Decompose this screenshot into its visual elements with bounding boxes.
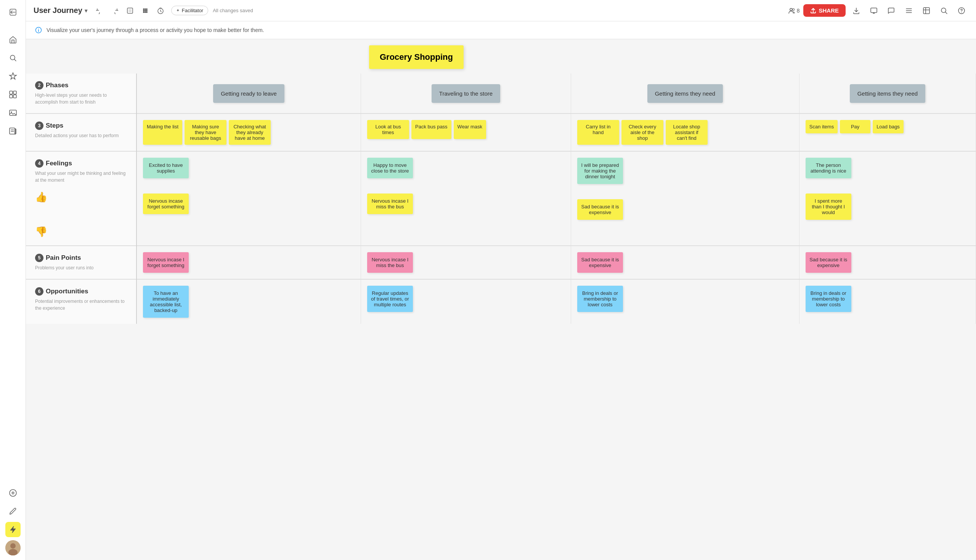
timer-button[interactable] xyxy=(154,5,167,17)
steps-notes-1: Making the list Making sure they have re… xyxy=(143,120,354,145)
share-button[interactable]: SHARE xyxy=(803,4,846,17)
frame-button[interactable] xyxy=(124,5,136,17)
present-button[interactable] xyxy=(867,4,881,18)
feeling-pos-4-1[interactable]: The person attending is nice xyxy=(806,158,851,178)
grid-view-button[interactable] xyxy=(139,5,151,17)
step-note-2-1[interactable]: Look at bus times xyxy=(367,120,409,139)
share-button-label: SHARE xyxy=(819,7,839,14)
phases-col-4: Getting items they need xyxy=(799,73,976,113)
feeling-neg-3-1[interactable]: Sad because it is expensive xyxy=(577,199,623,220)
feelings-divider-4 xyxy=(806,182,969,190)
pain-section-title: 5 Pain Points xyxy=(35,254,127,262)
opp-number: 6 xyxy=(35,287,43,296)
feelings-number: 4 xyxy=(35,159,43,168)
pain-label-cell: 5 Pain Points Problems your user runs in… xyxy=(26,246,137,279)
sidebar-pen-icon[interactable] xyxy=(5,503,20,519)
comment-button[interactable] xyxy=(884,4,898,18)
feeling-neg-4-1[interactable]: I spent more than I thought I would xyxy=(806,193,851,220)
sidebar xyxy=(0,0,26,560)
opp-note-4-1[interactable]: Bring in deals or membership to lower co… xyxy=(806,286,851,312)
svg-rect-2 xyxy=(10,91,13,94)
feeling-pos-1-1[interactable]: Excited to have supplies xyxy=(143,158,189,178)
pain-note-2-1[interactable]: Nervous incase I miss the bus xyxy=(367,252,413,273)
topbar: User Journey ▾ xyxy=(26,0,976,21)
feeling-pos-3-1[interactable]: I will be prepared for making the dinner… xyxy=(577,158,623,184)
steps-notes-3: Carry list in hand Check every aisle of … xyxy=(577,120,793,145)
steps-number: 3 xyxy=(35,122,43,130)
svg-point-25 xyxy=(792,8,794,10)
table-view-button[interactable] xyxy=(919,4,933,18)
journey-title-note: Grocery Shopping xyxy=(369,45,464,69)
sidebar-lightning-icon[interactable] xyxy=(5,522,20,537)
step-note-2-2[interactable]: Pack bus pass xyxy=(411,120,451,139)
feeling-neg-1-1[interactable]: Nervous incase forget something xyxy=(143,193,189,214)
step-note-3-1[interactable]: Carry list in hand xyxy=(577,120,619,145)
steps-col-2: Look at bus times Pack bus pass Wear mas… xyxy=(361,113,571,151)
sidebar-home-icon[interactable] xyxy=(5,32,20,47)
canvas-wrapper[interactable]: Grocery Shopping 2 Phases High-level ste… xyxy=(26,39,976,553)
pain-note-3-1[interactable]: Sad because it is expensive xyxy=(577,252,623,273)
step-note-4-2[interactable]: Pay xyxy=(840,120,871,133)
topbar-history-actions xyxy=(94,5,167,17)
svg-point-32 xyxy=(38,28,39,29)
sidebar-book-icon[interactable] xyxy=(5,123,20,139)
svg-point-18 xyxy=(144,10,146,12)
feeling-neg-2-1[interactable]: Nervous incase I miss the bus xyxy=(367,193,413,214)
sidebar-star-icon[interactable] xyxy=(5,68,20,84)
step-note-4-3[interactable]: Load bags xyxy=(873,120,904,133)
feelings-col-3: I will be prepared for making the dinner… xyxy=(571,151,799,246)
sidebar-back-btn[interactable] xyxy=(5,5,20,20)
step-note-1-2[interactable]: Making sure they have reusable bags xyxy=(184,120,226,145)
phase-note-3[interactable]: Getting items they need xyxy=(647,84,723,103)
opp-note-3-1[interactable]: Bring in deals or membership to lower co… xyxy=(577,286,623,312)
sidebar-search-icon[interactable] xyxy=(5,50,20,65)
feelings-divider-3 xyxy=(577,188,793,195)
opp-note-2-1[interactable]: Regular updates of travel times, or mult… xyxy=(367,286,413,312)
list-view-button[interactable] xyxy=(902,4,916,18)
step-note-1-3[interactable]: Checking what they already have at home xyxy=(229,120,271,145)
svg-point-24 xyxy=(790,8,792,11)
opp-section-title: 6 Opportunities xyxy=(35,287,127,296)
pain-note-4-1[interactable]: Sad because it is expensive xyxy=(806,252,851,273)
svg-rect-13 xyxy=(129,9,132,12)
feelings-divider-1 xyxy=(143,182,354,190)
help-button[interactable] xyxy=(955,4,968,18)
sidebar-avatar[interactable] xyxy=(5,540,20,555)
feelings-row: 4 Feelings What your user might be think… xyxy=(26,151,976,246)
step-note-3-3[interactable]: Locate shop assistant if can't find xyxy=(666,120,708,145)
info-icon xyxy=(35,27,42,33)
step-note-1-1[interactable]: Making the list xyxy=(143,120,182,145)
opp-title: Opportunities xyxy=(46,288,88,295)
phase-note-1[interactable]: Getting ready to leave xyxy=(213,84,284,103)
svg-point-22 xyxy=(146,12,147,13)
step-note-4-1[interactable]: Scan items xyxy=(806,120,837,133)
opp-col-1: To have an immediately accessible list, … xyxy=(137,279,361,324)
phase-note-2[interactable]: Traveling to the store xyxy=(431,84,500,103)
step-note-2-3[interactable]: Wear mask xyxy=(454,120,486,139)
feelings-notes-4: The person attending is nice I spent mor… xyxy=(806,158,969,220)
redo-button[interactable] xyxy=(109,5,121,17)
sidebar-add-icon[interactable] xyxy=(5,485,20,500)
step-note-3-2[interactable]: Check every aisle of the shop xyxy=(622,120,663,145)
steps-section-title: 3 Steps xyxy=(35,122,127,130)
search-button[interactable] xyxy=(937,4,951,18)
svg-point-21 xyxy=(144,12,146,13)
pain-title: Pain Points xyxy=(46,254,81,262)
topbar-title[interactable]: User Journey ▾ xyxy=(33,6,87,15)
undo-button[interactable] xyxy=(94,5,105,17)
opp-desc: Potential improvements or enhancements t… xyxy=(35,298,127,312)
steps-desc: Detailed actions your user has to perfor… xyxy=(35,132,127,139)
download-button[interactable] xyxy=(849,4,863,18)
feelings-desc: What your user might be thinking and fee… xyxy=(35,170,127,183)
sidebar-image-icon[interactable] xyxy=(5,105,20,120)
phase-note-4[interactable]: Getting items they need xyxy=(850,84,925,103)
svg-point-17 xyxy=(143,10,144,12)
users-count: 8 xyxy=(789,7,800,14)
pain-note-1-1[interactable]: Nervous incase I forget something xyxy=(143,252,189,273)
sidebar-grid-icon[interactable] xyxy=(5,87,20,102)
opp-note-1-1[interactable]: To have an immediately accessible list, … xyxy=(143,286,189,318)
svg-point-20 xyxy=(143,12,144,13)
phases-row: 2 Phases High-level steps your user need… xyxy=(26,73,976,113)
feeling-pos-2-1[interactable]: Happy to move close to the store xyxy=(367,158,413,178)
facilitator-badge[interactable]: Facilitator xyxy=(171,6,208,15)
